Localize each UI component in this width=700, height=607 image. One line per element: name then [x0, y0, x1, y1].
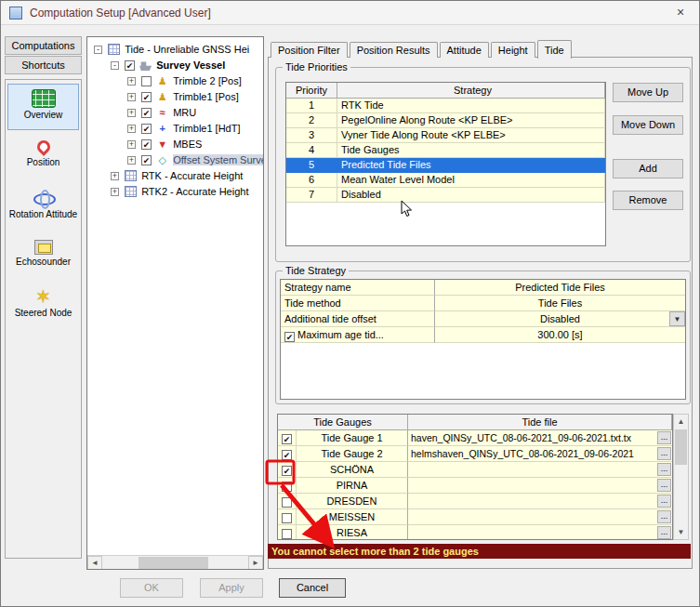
- move-up-button[interactable]: Move Up: [613, 83, 683, 102]
- gauge-checkbox[interactable]: [282, 513, 292, 523]
- additional-tide-offset-value[interactable]: Disabled: [435, 311, 685, 327]
- sidebar-item-echosounder[interactable]: Echosounder: [7, 234, 79, 281]
- tree-item-label[interactable]: RTK - Accurate Height: [141, 170, 243, 181]
- priority-row[interactable]: 6 Mean Water Level Model: [286, 173, 605, 188]
- tree-item-rtk2-computation[interactable]: + RTK2 - Accurate Height: [87, 183, 263, 199]
- cancel-button[interactable]: Cancel: [279, 578, 346, 598]
- priority-row[interactable]: 4 Tide Gauges: [286, 143, 605, 158]
- tree-item-mbes[interactable]: + ✔ ▼ MBES: [87, 136, 263, 152]
- tree-item-offset-system[interactable]: + ✔ ◇ Offset System Survey V: [87, 152, 263, 167]
- remove-button[interactable]: Remove: [613, 191, 683, 210]
- column-header-tide-file[interactable]: Tide file: [408, 415, 672, 429]
- tree-checkbox[interactable]: ✔: [141, 155, 152, 165]
- tab-attitude[interactable]: Attitude: [440, 42, 489, 58]
- gauge-row-riesa[interactable]: RIESA ...: [278, 525, 672, 540]
- tree-item-label[interactable]: Trimble 2 [Pos]: [173, 75, 242, 86]
- close-icon[interactable]: ×: [667, 3, 693, 21]
- gauge-file[interactable]: [408, 494, 672, 509]
- gauges-vertical-scrollbar[interactable]: ▲ ▼: [673, 414, 689, 540]
- scroll-left-icon[interactable]: ◄: [87, 556, 102, 570]
- gauge-file[interactable]: [408, 478, 672, 494]
- scroll-down-icon[interactable]: ▼: [674, 525, 688, 539]
- ok-button[interactable]: OK: [120, 578, 183, 598]
- shortcuts-button[interactable]: Shortcuts: [5, 56, 82, 74]
- tree-item-label[interactable]: Survey Vessel: [156, 59, 225, 71]
- gauge-file[interactable]: [408, 509, 672, 525]
- tree-expander-icon[interactable]: +: [127, 125, 136, 133]
- tree-checkbox[interactable]: ✔: [141, 139, 152, 150]
- gauge-checkbox[interactable]: ✔: [282, 466, 292, 476]
- tree-item-label[interactable]: RTK2 - Accurate Height: [141, 186, 248, 197]
- priority-row[interactable]: 3 Vyner Tide Along Route <KP ELBE>: [286, 128, 605, 143]
- maximum-age-value[interactable]: 300.00 [s]: [435, 327, 685, 343]
- scrollbar-thumb[interactable]: [675, 429, 687, 465]
- tree-expander-icon[interactable]: +: [127, 93, 136, 101]
- sidebar-item-overview[interactable]: Overview: [7, 84, 79, 130]
- gauge-checkbox[interactable]: [282, 497, 292, 508]
- tree-item-label[interactable]: MRU: [173, 107, 196, 118]
- tab-tide[interactable]: Tide: [537, 40, 572, 59]
- column-header-tide-gauges[interactable]: Tide Gauges: [278, 415, 408, 429]
- gauge-row-schoena[interactable]: ✔ SCHÖNA ...: [278, 462, 672, 478]
- tree-expander-icon[interactable]: -: [94, 46, 102, 54]
- tree-expander-icon[interactable]: +: [127, 156, 136, 165]
- column-header-priority[interactable]: Priority: [286, 83, 337, 98]
- tab-position-results[interactable]: Position Results: [350, 42, 438, 58]
- tree-item-trimble1-pos[interactable]: + ✔ ♟ Trimble1 [Pos]: [87, 88, 263, 104]
- tree-item-trimble2-pos[interactable]: + ♟ Trimble 2 [Pos]: [87, 73, 263, 88]
- browse-button[interactable]: ...: [657, 463, 671, 476]
- gauge-row-pirna[interactable]: PIRNA ...: [278, 478, 672, 494]
- tree-item-label[interactable]: Trimble1 [HdT]: [173, 123, 240, 134]
- gauge-file[interactable]: haven_QINSy_UTC_08-06-2021_09-06-2021.tx…: [408, 430, 672, 446]
- gauge-row-meissen[interactable]: MEISSEN ...: [278, 509, 672, 525]
- tree-expander-icon[interactable]: -: [111, 61, 119, 70]
- scroll-up-icon[interactable]: ▲: [674, 415, 688, 429]
- tree-item-survey-vessel[interactable]: - ✔ Survey Vessel: [87, 57, 263, 73]
- priority-row[interactable]: 1 RTK Tide: [286, 99, 605, 113]
- browse-button[interactable]: ...: [657, 431, 671, 444]
- tide-method-value[interactable]: Tide Files: [435, 296, 685, 311]
- gauge-checkbox[interactable]: ✔: [282, 434, 292, 444]
- gauge-checkbox[interactable]: ✔: [282, 450, 292, 460]
- tree-checkbox[interactable]: ✔: [141, 108, 152, 118]
- gauge-file[interactable]: [408, 462, 672, 478]
- priority-row[interactable]: 7 Disabled: [286, 188, 605, 203]
- strategy-name-value[interactable]: Predicted Tide Files: [435, 280, 685, 296]
- priority-row-selected[interactable]: 5 Predicted Tide Files: [286, 158, 605, 173]
- apply-button[interactable]: Apply: [200, 578, 263, 598]
- column-header-strategy[interactable]: Strategy: [337, 83, 605, 98]
- add-button[interactable]: Add: [613, 159, 683, 178]
- tab-position-filter[interactable]: Position Filter: [271, 42, 348, 58]
- scroll-right-icon[interactable]: ►: [248, 556, 263, 570]
- gauge-file[interactable]: helmshaven_QINSy_UTC_08-06-2021_09-06-20…: [408, 446, 672, 462]
- tree-item-mru[interactable]: + ✔ ≈ MRU: [87, 104, 263, 120]
- tree-checkbox[interactable]: ✔: [125, 60, 135, 71]
- move-down-button[interactable]: Move Down: [613, 115, 683, 135]
- gauge-row-dresden[interactable]: DRESDEN ...: [278, 494, 672, 509]
- tree-expander-icon[interactable]: +: [127, 140, 136, 149]
- browse-button[interactable]: ...: [657, 479, 671, 492]
- maximum-age-checkbox[interactable]: ✔: [284, 332, 295, 342]
- tree-expander-icon[interactable]: +: [111, 172, 119, 180]
- gauge-checkbox[interactable]: [282, 529, 292, 539]
- browse-button[interactable]: ...: [657, 510, 671, 523]
- dropdown-arrow-icon[interactable]: ▼: [669, 311, 685, 326]
- browse-button[interactable]: ...: [657, 526, 671, 539]
- tree-item-label[interactable]: Tide - Unreliable GNSS Hei: [125, 44, 249, 55]
- tree-item-label[interactable]: MBES: [173, 139, 202, 150]
- tree-item-label[interactable]: Offset System Survey V: [173, 154, 264, 165]
- sidebar-item-steered-node[interactable]: ✶ Steered Node: [7, 284, 79, 331]
- sidebar-item-position[interactable]: Position: [7, 134, 79, 180]
- browse-button[interactable]: ...: [657, 495, 671, 508]
- gauge-row-tide-gauge-1[interactable]: ✔ Tide Gauge 1 haven_QINSy_UTC_08-06-202…: [278, 430, 672, 446]
- tree-horizontal-scrollbar[interactable]: ◄ ►: [87, 555, 263, 569]
- priority-row[interactable]: 2 PegelOnline Along Route <KP ELBE>: [286, 113, 605, 128]
- tree-expander-icon[interactable]: +: [127, 77, 136, 86]
- computations-button[interactable]: Computations: [5, 36, 82, 55]
- tree-checkbox[interactable]: ✔: [141, 92, 152, 102]
- tree-item-rtk-computation[interactable]: + RTK - Accurate Height: [87, 167, 263, 183]
- gauge-file[interactable]: [408, 525, 672, 540]
- tree-checkbox[interactable]: ✔: [141, 124, 152, 134]
- tree-expander-icon[interactable]: +: [111, 188, 119, 196]
- tab-height[interactable]: Height: [491, 42, 535, 58]
